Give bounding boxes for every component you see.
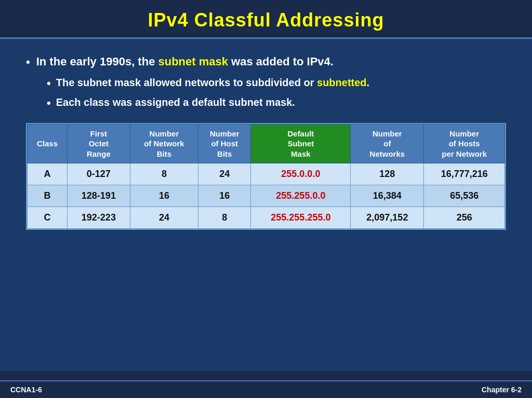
sub-bullet-text-1: The subnet mask allowed networks to subd… [56, 76, 369, 89]
table-header-row: Class FirstOctetRange Numberof NetworkBi… [28, 124, 505, 163]
table-cell: 16,777,216 [424, 163, 505, 185]
table-cell: 255.255.0.0 [251, 185, 351, 207]
bullet-section: • In the early 1990s, the subnet mask wa… [26, 54, 506, 110]
bullet-dot-1: • [26, 56, 30, 69]
footer-left: CCNA1-6 [10, 386, 42, 394]
col-header-networks: NumberofNetworks [351, 124, 424, 163]
highlight-subnetted: subnetted [317, 77, 367, 88]
table-cell: 8 [198, 207, 251, 229]
main-content: • In the early 1990s, the subnet mask wa… [0, 39, 532, 371]
table-cell: 65,536 [424, 185, 505, 207]
classful-table-container: Class FirstOctetRange Numberof NetworkBi… [26, 123, 506, 230]
highlight-subnet-mask: subnet mask [158, 55, 228, 68]
col-header-network-bits: Numberof NetworkBits [130, 124, 198, 163]
table-row: B128-1911616255.255.0.016,38465,536 [28, 185, 505, 207]
table-cell: 2,097,152 [351, 207, 424, 229]
table-cell: 192-223 [68, 207, 130, 229]
table-body: A0-127824255.0.0.012816,777,216B128-1911… [28, 163, 505, 229]
table-cell: 16 [130, 185, 198, 207]
sub-bullet-1: • The subnet mask allowed networks to su… [47, 76, 506, 90]
table-cell: 16 [198, 185, 251, 207]
table-cell: 24 [198, 163, 251, 185]
table-cell: 128-191 [68, 185, 130, 207]
table-row: A0-127824255.0.0.012816,777,216 [28, 163, 505, 185]
col-header-octet: FirstOctetRange [68, 124, 130, 163]
table-cell: 256 [424, 207, 505, 229]
sub-bullet-dot-1: • [47, 77, 51, 90]
table-cell: 255.255.255.0 [251, 207, 351, 229]
col-header-host-bits: Numberof HostBits [198, 124, 251, 163]
table-cell: 24 [130, 207, 198, 229]
col-header-subnet-mask: DefaultSubnetMask [251, 124, 351, 163]
col-header-class: Class [28, 124, 68, 163]
page-title: IPv4 Classful Addressing [10, 9, 522, 31]
table-row: C192-223248255.255.255.02,097,152256 [28, 207, 505, 229]
page-footer: CCNA1-6 Chapter 6-2 [0, 380, 532, 398]
page-header: IPv4 Classful Addressing [0, 0, 532, 39]
sub-bullet-text-2: Each class was assigned a default subnet… [56, 95, 295, 109]
sub-bullet-dot-2: • [47, 97, 51, 110]
col-header-hosts: Numberof Hostsper Network [424, 124, 505, 163]
table-cell: B [28, 185, 68, 207]
table-cell: 255.0.0.0 [251, 163, 351, 185]
footer-right: Chapter 6-2 [482, 386, 522, 394]
main-bullet-text-1: In the early 1990s, the subnet mask was … [36, 54, 334, 70]
table-cell: C [28, 207, 68, 229]
table-cell: 8 [130, 163, 198, 185]
main-bullet-1: • In the early 1990s, the subnet mask wa… [26, 54, 506, 70]
sub-bullet-2: • Each class was assigned a default subn… [47, 95, 506, 110]
table-cell: 128 [351, 163, 424, 185]
table-cell: A [28, 163, 68, 185]
table-cell: 0-127 [68, 163, 130, 185]
classful-table: Class FirstOctetRange Numberof NetworkBi… [27, 124, 505, 229]
table-cell: 16,384 [351, 185, 424, 207]
